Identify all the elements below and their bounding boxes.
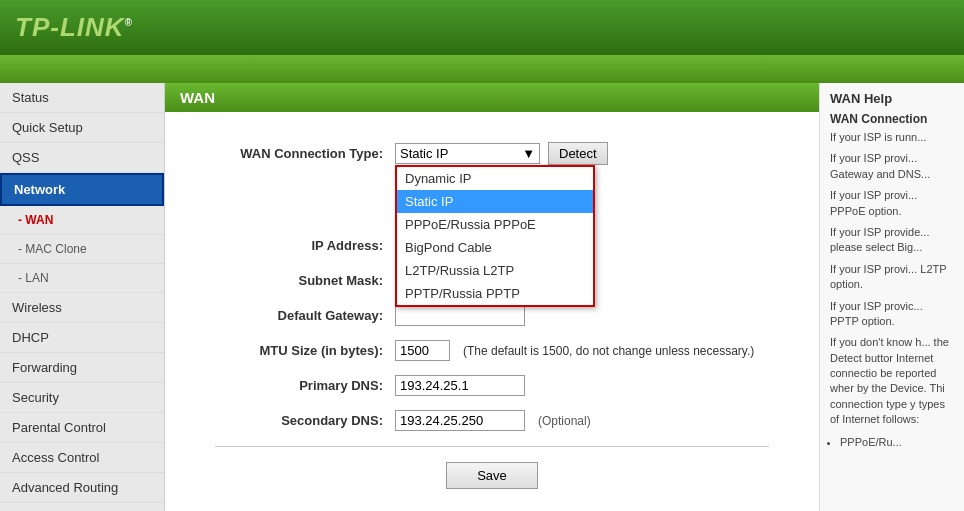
layout: Status Quick Setup QSS Network - WAN - M…: [0, 83, 964, 511]
help-para-2: If your ISP provi... Gateway and DNS...: [830, 151, 954, 182]
help-list: PPPoE/Ru...: [840, 434, 954, 451]
section-title: WAN: [165, 83, 819, 112]
help-subtitle: WAN Connection: [830, 112, 954, 126]
mtu-note: (The default is 1500, do not change unle…: [463, 344, 754, 358]
help-para-7: If you don't know h... the Detect buttor…: [830, 335, 954, 427]
dropdown-arrow-icon: ▼: [522, 146, 535, 161]
save-row: Save: [195, 462, 789, 489]
help-para-1: If your ISP is runn...: [830, 130, 954, 145]
help-title: WAN Help: [830, 91, 954, 106]
dropdown-option-static-ip[interactable]: Static IP: [397, 190, 593, 213]
form-area: WAN Connection Type: Static IP ▼ Dynamic…: [165, 132, 819, 499]
connection-type-control: Static IP ▼ Dynamic IP Static IP PPPoE/R…: [395, 142, 608, 165]
primary-dns-label: Primary DNS:: [195, 378, 395, 393]
secondary-dns-label: Secondary DNS:: [195, 413, 395, 428]
form-divider: [215, 446, 769, 447]
sidebar-item-quick-setup[interactable]: Quick Setup: [0, 113, 164, 143]
help-para-5: If your ISP provi... L2TP option.: [830, 262, 954, 293]
primary-dns-control: [395, 375, 525, 396]
ip-address-label: IP Address:: [195, 238, 395, 253]
subnet-mask-label: Subnet Mask:: [195, 273, 395, 288]
connection-type-dropdown-list: Dynamic IP Static IP PPPoE/Russia PPPoE …: [395, 165, 595, 307]
mtu-label: MTU Size (in bytes):: [195, 343, 395, 358]
connection-type-value: Static IP: [400, 146, 522, 161]
default-gateway-label: Default Gateway:: [195, 308, 395, 323]
sidebar-item-security[interactable]: Security: [0, 383, 164, 413]
sidebar: Status Quick Setup QSS Network - WAN - M…: [0, 83, 165, 511]
dropdown-option-dynamic-ip[interactable]: Dynamic IP: [397, 167, 593, 190]
detect-button[interactable]: Detect: [548, 142, 608, 165]
sidebar-item-lan[interactable]: - LAN: [0, 264, 164, 293]
sidebar-item-forwarding[interactable]: Forwarding: [0, 353, 164, 383]
connection-type-select[interactable]: Static IP ▼: [395, 143, 540, 164]
sidebar-item-advanced-routing[interactable]: Advanced Routing: [0, 473, 164, 503]
sidebar-item-status[interactable]: Status: [0, 83, 164, 113]
sidebar-item-network[interactable]: Network: [0, 173, 164, 206]
mtu-row: MTU Size (in bytes): (The default is 150…: [195, 340, 789, 361]
dropdown-option-pptp[interactable]: PPTP/Russia PPTP: [397, 282, 593, 305]
sidebar-item-mac-clone[interactable]: - MAC Clone: [0, 235, 164, 264]
logo-text: TP-LINK: [15, 12, 125, 42]
mtu-control: (The default is 1500, do not change unle…: [395, 340, 754, 361]
default-gateway-control: [395, 305, 525, 326]
help-para-4: If your ISP provide... please select Big…: [830, 225, 954, 256]
subheader: [0, 55, 964, 83]
help-list-item-1: PPPoE/Ru...: [840, 434, 954, 451]
header: TP-LINK®: [0, 0, 964, 55]
dropdown-option-pppoe[interactable]: PPPoE/Russia PPPoE: [397, 213, 593, 236]
dropdown-option-l2tp[interactable]: L2TP/Russia L2TP: [397, 259, 593, 282]
default-gateway-input[interactable]: [395, 305, 525, 326]
sidebar-item-dhcp[interactable]: DHCP: [0, 323, 164, 353]
sidebar-item-parental-control[interactable]: Parental Control: [0, 413, 164, 443]
save-button[interactable]: Save: [446, 462, 538, 489]
secondary-dns-input[interactable]: [395, 410, 525, 431]
secondary-dns-optional: (Optional): [538, 414, 591, 428]
sidebar-item-wan[interactable]: - WAN: [0, 206, 164, 235]
main-content: WAN WAN Connection Type: Static IP ▼ Dyn…: [165, 83, 819, 511]
help-para-3: If your ISP provi... PPPoE option.: [830, 188, 954, 219]
secondary-dns-row: Secondary DNS: (Optional): [195, 410, 789, 431]
logo: TP-LINK®: [15, 12, 133, 43]
default-gateway-row: Default Gateway:: [195, 305, 789, 326]
dropdown-option-bigpond[interactable]: BigPond Cable: [397, 236, 593, 259]
sidebar-item-qss[interactable]: QSS: [0, 143, 164, 173]
sidebar-item-bandwidth-control[interactable]: Bandwidth Control: [0, 503, 164, 511]
primary-dns-input[interactable]: [395, 375, 525, 396]
mtu-input[interactable]: [395, 340, 450, 361]
help-para-6: If your ISP provic... PPTP option.: [830, 299, 954, 330]
primary-dns-row: Primary DNS:: [195, 375, 789, 396]
secondary-dns-control: (Optional): [395, 410, 591, 431]
connection-type-label: WAN Connection Type:: [195, 146, 395, 161]
sidebar-item-wireless[interactable]: Wireless: [0, 293, 164, 323]
help-panel: WAN Help WAN Connection If your ISP is r…: [819, 83, 964, 511]
connection-type-dropdown-container: Static IP ▼ Dynamic IP Static IP PPPoE/R…: [395, 143, 540, 164]
connection-type-row: WAN Connection Type: Static IP ▼ Dynamic…: [195, 142, 789, 165]
sidebar-item-access-control[interactable]: Access Control: [0, 443, 164, 473]
